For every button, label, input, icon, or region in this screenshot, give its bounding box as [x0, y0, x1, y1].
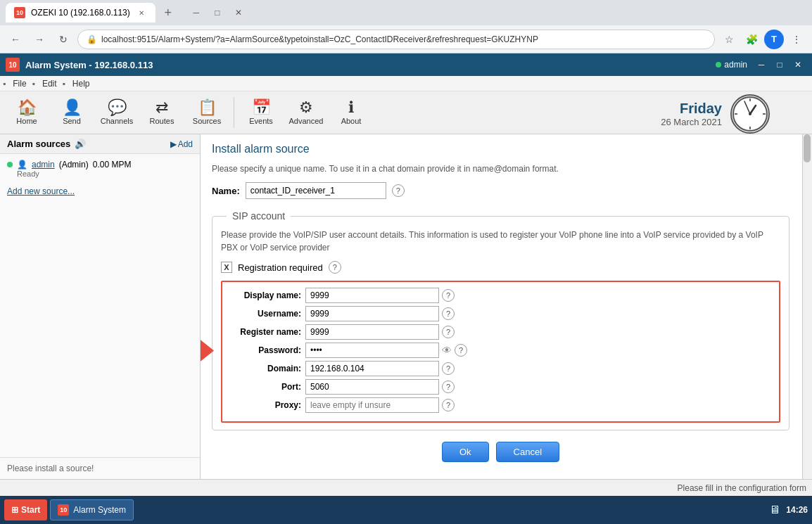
password-input[interactable] — [305, 343, 439, 358]
toggle-password-icon[interactable]: 👁 — [442, 345, 452, 356]
help-menu[interactable]: Help — [67, 77, 96, 90]
channels-button[interactable]: 💬 Channels — [96, 94, 138, 131]
proxy-label: Proxy: — [228, 400, 305, 410]
edit-separator: ▪ — [32, 79, 35, 89]
content-area: Install alarm source Please specify a un… — [201, 134, 812, 479]
bookmark-button[interactable]: ☆ — [719, 30, 739, 49]
about-icon: ℹ — [348, 100, 354, 115]
forward-button[interactable]: → — [30, 30, 49, 49]
proxy-input[interactable] — [305, 397, 439, 413]
user-mpm: 0.00 MPM — [93, 160, 132, 170]
proxy-help[interactable]: ? — [442, 399, 455, 411]
add-source-button[interactable]: ▶ Add — [170, 139, 193, 149]
start-button[interactable]: ⊞ Start — [4, 499, 47, 520]
registration-checkbox[interactable]: X — [221, 262, 232, 273]
ok-button[interactable]: Ok — [442, 442, 489, 462]
username-input[interactable] — [305, 306, 439, 321]
user-icon: 👤 — [17, 160, 27, 170]
cancel-button[interactable]: Cancel — [496, 442, 559, 462]
display-name-row: Display name: ? — [228, 288, 773, 303]
add-label: Add — [178, 139, 193, 149]
domain-input[interactable] — [305, 361, 439, 376]
routes-label: Routes — [150, 117, 175, 125]
section-title: Install alarm source — [212, 143, 789, 155]
address-bar[interactable]: 🔒 localhost:9515/Alarm+System/?a=AlarmSo… — [77, 30, 715, 49]
file-menu[interactable]: File — [7, 77, 32, 90]
sources-button[interactable]: 📋 Sources — [186, 94, 228, 131]
name-input[interactable] — [246, 182, 386, 199]
browser-tab[interactable]: 10 OZEKI 10 (192.168.0.113) ✕ — [6, 3, 156, 23]
sidebar-user: 👤 admin (Admin) 0.00 MPM Ready — [0, 154, 200, 184]
domain-help[interactable]: ? — [442, 362, 455, 375]
about-button[interactable]: ℹ About — [330, 94, 372, 131]
install-prompt: Please install a source! — [7, 464, 94, 473]
domain-label: Domain: — [228, 364, 305, 373]
send-button[interactable]: 👤 Send — [51, 94, 93, 131]
reg-help-icon[interactable]: ? — [329, 261, 341, 274]
password-help[interactable]: ? — [455, 344, 467, 357]
scrollbar-track[interactable] — [802, 134, 812, 479]
channels-icon: 💬 — [108, 100, 127, 115]
tab-close-button[interactable]: ✕ — [136, 7, 147, 18]
domain-row: Domain: ? — [228, 361, 773, 376]
name-help-icon[interactable]: ? — [392, 184, 405, 197]
add-new-source-link[interactable]: Add new source... — [0, 184, 200, 199]
svg-marker-8 — [201, 337, 214, 365]
display-name-input[interactable] — [305, 288, 439, 303]
routes-button[interactable]: ⇄ Routes — [141, 94, 183, 131]
browser-controls: ← → ↻ 🔒 localhost:9515/Alarm+System/?a=A… — [0, 25, 812, 53]
user-link[interactable]: admin — [32, 160, 55, 170]
minimize-browser-button[interactable]: ─ — [186, 3, 206, 23]
tab-icon: 10 — [14, 7, 25, 18]
app-minimize-button[interactable]: ─ — [753, 56, 770, 73]
back-button[interactable]: ← — [6, 30, 25, 49]
toolbar-separator — [234, 97, 234, 128]
about-label: About — [341, 117, 362, 125]
maximize-browser-button[interactable]: □ — [208, 3, 227, 23]
fields-container: Display name: ? Username: ? — [221, 281, 780, 423]
section-description: Please specify a unique name. To use it … — [212, 162, 789, 175]
register-name-suffix: ? — [442, 326, 455, 338]
advanced-button[interactable]: ⚙ Advanced — [285, 94, 327, 131]
refresh-button[interactable]: ↻ — [53, 30, 73, 49]
username-row: Username: ? — [228, 306, 773, 321]
new-tab-button[interactable]: + — [158, 3, 178, 23]
display-name-help[interactable]: ? — [442, 289, 455, 302]
username-label: Username: — [228, 309, 305, 319]
sip-description: Please provide the VoIP/SIP user account… — [221, 229, 780, 254]
clock — [730, 94, 770, 134]
registration-row: X Registration required ? — [221, 261, 780, 274]
admin-indicator: admin — [716, 60, 747, 70]
menu-button[interactable]: ⋮ — [787, 30, 806, 49]
scrollbar-thumb[interactable] — [804, 134, 811, 162]
events-button[interactable]: 📅 Events — [240, 94, 282, 131]
taskbar: ⊞ Start 10 Alarm System 🖥 14:26 — [0, 496, 812, 524]
user-row: 👤 admin (Admin) 0.00 MPM — [7, 160, 193, 170]
app-maximize-button[interactable]: □ — [771, 56, 788, 73]
advanced-label: Advanced — [289, 117, 324, 125]
alarm-sources-label: Alarm sources — [7, 139, 70, 149]
port-input[interactable] — [305, 379, 439, 395]
user-status-text: Ready — [7, 170, 193, 178]
register-name-help[interactable]: ? — [442, 326, 455, 338]
home-button[interactable]: 🏠 Home — [6, 94, 48, 131]
close-browser-button[interactable]: ✕ — [229, 3, 248, 23]
register-name-input[interactable] — [305, 324, 439, 340]
username-help[interactable]: ? — [442, 307, 455, 320]
user-role: (Admin) — [59, 160, 89, 170]
password-row: Password: 👁 ? — [228, 343, 773, 358]
register-name-label: Register name: — [228, 327, 305, 337]
app-title: Alarm System - 192.168.0.113 — [25, 60, 716, 70]
red-arrow-indicator — [201, 337, 214, 367]
app-window-controls: ─ □ ✕ — [753, 56, 806, 73]
file-separator: ▪ — [3, 79, 6, 89]
port-help[interactable]: ? — [442, 381, 455, 393]
edit-menu[interactable]: Edit — [37, 77, 63, 90]
app-close-button[interactable]: ✕ — [789, 56, 806, 73]
taskbar-app[interactable]: 10 Alarm System — [50, 499, 134, 520]
extensions-button[interactable]: 🧩 — [742, 30, 761, 49]
profile-button[interactable]: T — [764, 30, 784, 49]
browser-window-controls: ─ □ ✕ — [186, 3, 248, 23]
start-icon: ⊞ — [11, 505, 18, 515]
full-date: 26 March 2021 — [661, 117, 722, 127]
